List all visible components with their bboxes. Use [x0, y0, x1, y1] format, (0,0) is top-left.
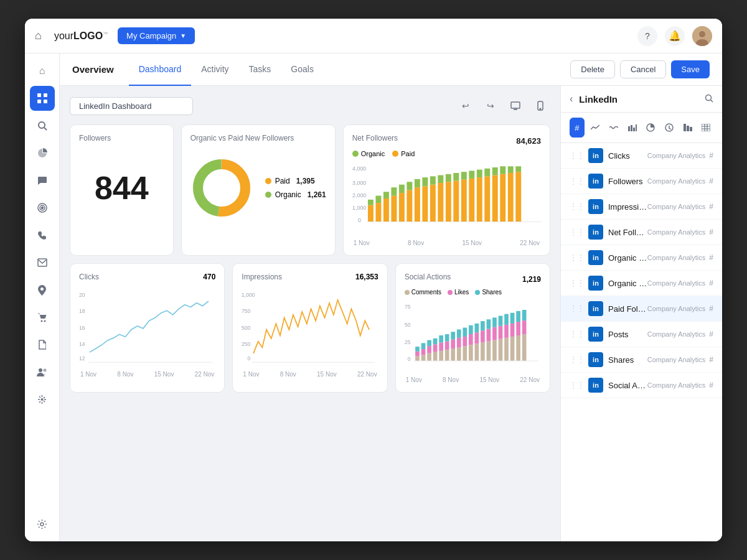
svg-text:14: 14 — [79, 341, 85, 347]
list-item[interactable]: ⋮⋮ in Paid Followers... Company Analytic… — [561, 296, 722, 322]
svg-rect-59 — [477, 177, 482, 222]
svg-point-18 — [40, 523, 44, 526]
svg-rect-94 — [427, 353, 431, 361]
icon-type-bar[interactable] — [625, 118, 640, 138]
svg-text:75: 75 — [405, 304, 411, 310]
svg-text:250: 250 — [242, 341, 251, 347]
svg-text:3,000: 3,000 — [352, 180, 366, 186]
panel-search-icon[interactable] — [705, 94, 713, 105]
sidebar-item-location[interactable] — [30, 278, 55, 302]
item-source: Company Analytics — [647, 305, 706, 312]
donut-legend: Paid 1,395 Organic 1,261 — [265, 177, 326, 199]
avatar[interactable] — [692, 26, 712, 46]
linkedin-icon: in — [588, 327, 603, 342]
svg-line-147 — [711, 100, 713, 102]
sidebar-item-analytics[interactable] — [30, 141, 55, 166]
sidebar-item-file[interactable] — [30, 332, 55, 357]
svg-rect-4 — [44, 93, 47, 97]
linkedin-icon: in — [588, 225, 603, 240]
desktop-icon[interactable] — [505, 96, 525, 116]
svg-rect-68 — [507, 166, 513, 173]
save-button[interactable]: Save — [671, 60, 710, 78]
drag-handle-icon: ⋮⋮ — [570, 304, 585, 313]
campaign-button[interactable]: My Campaign ▼ — [118, 27, 195, 44]
cancel-button[interactable]: Cancel — [620, 60, 666, 78]
undo-icon[interactable]: ↩ — [456, 96, 476, 116]
list-item[interactable]: ⋮⋮ in Followers Company Analytics # — [561, 169, 722, 194]
mobile-icon[interactable] — [530, 96, 550, 116]
redo-icon[interactable]: ↪ — [481, 96, 500, 116]
icon-type-wave[interactable] — [606, 118, 621, 138]
icon-type-clock[interactable] — [662, 118, 677, 138]
topbar-icons: ? 🔔 — [637, 26, 712, 46]
list-item[interactable]: ⋮⋮ in Clicks Company Analytics # — [561, 143, 722, 169]
sidebar-item-target[interactable] — [30, 195, 55, 220]
drag-handle-icon: ⋮⋮ — [570, 381, 585, 390]
item-source: Company Analytics — [647, 254, 706, 261]
svg-text:0: 0 — [407, 356, 410, 362]
list-item[interactable]: ⋮⋮ in Organic Follo... Company Analytics… — [561, 271, 722, 296]
svg-rect-134 — [504, 325, 509, 338]
svg-rect-106 — [451, 348, 455, 361]
list-item[interactable]: ⋮⋮ in Posts Company Analytics # — [561, 322, 722, 347]
svg-rect-36 — [383, 192, 389, 198]
drag-handle-icon: ⋮⋮ — [570, 330, 585, 338]
icon-type-pie[interactable] — [644, 118, 659, 138]
svg-rect-90 — [415, 347, 420, 352]
sidebar-item-grid[interactable] — [30, 86, 55, 111]
dashboard-title-input[interactable] — [70, 97, 193, 115]
svg-rect-127 — [492, 340, 497, 361]
svg-rect-54 — [453, 173, 459, 180]
sidebar-item-chat[interactable] — [30, 168, 55, 193]
svg-text:4,000: 4,000 — [352, 166, 366, 172]
sidebar-item-cart[interactable] — [30, 305, 55, 330]
panel-icon-types: # — [561, 113, 722, 143]
svg-rect-101 — [439, 342, 443, 350]
item-source: Company Analytics — [647, 356, 706, 363]
tab-dashboard[interactable]: Dashboard — [129, 54, 192, 86]
impressions-x-labels: 1 Nov8 Nov15 Nov22 Nov — [242, 371, 378, 378]
icon-type-line[interactable] — [588, 118, 603, 138]
help-button[interactable]: ? — [637, 26, 657, 46]
icon-type-table[interactable] — [698, 118, 713, 138]
sidebar-item-mail[interactable] — [30, 250, 55, 275]
item-hash: # — [709, 151, 713, 160]
sidebar-item-users[interactable] — [30, 360, 55, 385]
dashboard-titlebar: ↩ ↪ — [70, 96, 550, 116]
svg-rect-117 — [469, 325, 473, 334]
svg-rect-155 — [687, 126, 689, 131]
svg-rect-107 — [451, 340, 455, 348]
drag-handle-icon: ⋮⋮ — [570, 228, 585, 236]
impressions-chart: 1,000 750 500 250 0 — [242, 286, 378, 367]
list-item[interactable]: ⋮⋮ in Shares Company Analytics # — [561, 347, 722, 373]
notifications-button[interactable]: 🔔 — [665, 26, 685, 46]
svg-rect-141 — [516, 311, 520, 322]
list-item[interactable]: ⋮⋮ in Social Actions Company Analytics # — [561, 373, 722, 398]
icon-type-number[interactable]: # — [570, 118, 585, 138]
sidebar-item-search[interactable] — [30, 113, 55, 138]
linkedin-icon: in — [588, 352, 603, 367]
svg-rect-124 — [486, 342, 491, 361]
svg-rect-97 — [433, 352, 437, 361]
svg-rect-104 — [445, 342, 449, 350]
svg-rect-69 — [515, 172, 521, 222]
svg-rect-118 — [474, 343, 479, 361]
sidebar-item-phone[interactable] — [30, 223, 55, 248]
svg-rect-115 — [469, 345, 473, 361]
tab-goals[interactable]: Goals — [281, 54, 324, 86]
list-item[interactable]: ⋮⋮ in Organic Follo... Company Analytics… — [561, 245, 722, 271]
tab-tasks[interactable]: Tasks — [239, 54, 281, 86]
sidebar-item-integrations[interactable] — [30, 387, 55, 412]
sidebar-item-home[interactable]: ⌂ — [30, 58, 55, 83]
panel-back-icon[interactable]: ‹ — [570, 93, 573, 105]
delete-button[interactable]: Delete — [570, 60, 615, 78]
tab-activity[interactable]: Activity — [191, 54, 238, 86]
icon-type-column[interactable] — [680, 118, 695, 138]
svg-rect-19 — [511, 102, 520, 108]
sidebar-item-settings[interactable] — [30, 511, 55, 536]
list-item[interactable]: ⋮⋮ in Net Followers Company Analytics # — [561, 220, 722, 245]
item-hash: # — [709, 304, 713, 313]
home-icon[interactable]: ⌂ — [35, 29, 42, 42]
paid-legend: Paid — [392, 150, 415, 157]
list-item[interactable]: ⋮⋮ in Impressions Company Analytics # — [561, 194, 722, 220]
